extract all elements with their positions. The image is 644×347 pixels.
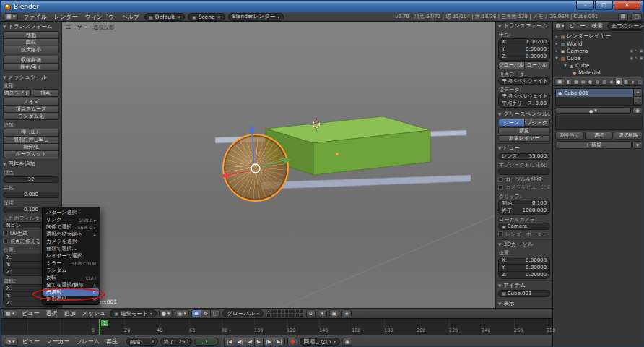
menu-render[interactable]: レンダー: [52, 13, 80, 21]
expand-icon[interactable]: ▼: [563, 63, 567, 67]
lock-to-cursor-checkbox[interactable]: カーソルを注視: [498, 176, 550, 183]
snap-element-dropdown[interactable]: ▾: [318, 309, 327, 317]
menu-view[interactable]: ビュー: [19, 309, 41, 317]
viewport-3d[interactable]: ユーザー・透視投影 Cube.001: [62, 22, 495, 308]
loop-cut-button[interactable]: ループカット: [3, 150, 59, 158]
timeline-menu-view[interactable]: ビュー: [20, 338, 42, 346]
manipulator-scale-button[interactable]: □: [210, 309, 221, 317]
panel-header-transform[interactable]: ▼トランスフォーム: [3, 23, 59, 30]
mode-dropdown[interactable]: ▣編集モード▾: [110, 309, 157, 317]
timeline-menu-playback[interactable]: 再生: [104, 338, 120, 346]
selectability-icon[interactable]: ↖: [635, 56, 638, 60]
menu-item-random[interactable]: ランダム: [43, 267, 99, 274]
panel-header-3d-cursor[interactable]: ▼3Dカーソル: [498, 241, 550, 248]
lock-camera-to-view-checkbox[interactable]: カメラをビューにロ..: [498, 184, 550, 191]
window-layout-icon[interactable]: ▤: [618, 13, 629, 21]
opengl-render-button[interactable]: ▣: [329, 309, 340, 317]
frame-end-field[interactable]: 終了:250: [160, 338, 192, 346]
menu-item-linked[interactable]: リンクShift L▸: [43, 216, 99, 223]
assign-button[interactable]: 割り当て: [555, 132, 584, 140]
median-z-field[interactable]: Z:0.00000: [498, 53, 550, 61]
timeline-menu-frame[interactable]: フレーム: [74, 338, 102, 346]
menu-item-select-grouped[interactable]: 関係で選択Shift G▸: [43, 223, 99, 231]
visibility-eye-icon[interactable]: ◉: [630, 48, 633, 53]
tab-scene[interactable]: ▤: [580, 78, 586, 85]
push-pull-button[interactable]: 押す/引く: [3, 63, 59, 71]
window-titlebar[interactable]: Blender – ▢ ✕: [1, 1, 644, 12]
panel-header-view[interactable]: ▼ビュー: [498, 145, 550, 152]
timeline-ruler[interactable]: 0 20 40 60 80 100 120 140 160 180 200 22…: [1, 318, 552, 335]
render-engine-selector[interactable]: Blenderレンダー▾: [228, 13, 284, 21]
outliner-scope-dropdown[interactable]: 全てのシーン: [607, 22, 644, 30]
browse-materials-button[interactable]: ▾: [632, 141, 643, 149]
manipulator-rotate-button[interactable]: ↻: [201, 309, 211, 317]
lock-to-object-field[interactable]: [498, 168, 550, 175]
jump-to-start-button[interactable]: |◀: [224, 338, 235, 346]
tab-material[interactable]: ●: [616, 78, 622, 85]
menu-window[interactable]: ウィンドウ: [82, 13, 116, 21]
renderability-icon[interactable]: ▣: [640, 56, 643, 60]
outliner-row-material[interactable]: ●Material: [554, 69, 643, 76]
tab-object-data[interactable]: ◉: [609, 78, 615, 85]
current-frame-field[interactable]: 1: [194, 338, 219, 346]
gp-new-button[interactable]: 新規: [498, 127, 550, 134]
scale-button[interactable]: 拡大縮小: [3, 46, 59, 53]
expand-icon[interactable]: ▸: [554, 34, 559, 38]
next-keyframe-button[interactable]: |▶: [263, 338, 274, 346]
radius-field[interactable]: 0.080: [3, 192, 59, 199]
expand-icon[interactable]: ▼: [554, 56, 559, 60]
properties-editor-icon[interactable]: ▣: [554, 78, 565, 85]
tab-render-layers[interactable]: ▦: [573, 78, 579, 85]
mean-bevel-weight-field[interactable]: 平均ベベルウェイト:0.00: [498, 77, 550, 85]
material-browse-dropdown[interactable]: ●▾: [555, 107, 631, 114]
play-button[interactable]: ▶: [254, 338, 264, 346]
menu-mesh[interactable]: メッシュ: [80, 309, 108, 317]
local-button[interactable]: ローカル: [524, 61, 551, 69]
expand-icon[interactable]: ▸: [554, 41, 559, 46]
snap-toggle-button[interactable]: ∪: [306, 309, 316, 317]
vertices-field[interactable]: 32: [3, 176, 59, 184]
outliner-menu-search[interactable]: 検索: [590, 22, 605, 30]
global-button[interactable]: グローバル: [498, 61, 525, 69]
visibility-eye-icon[interactable]: ◉: [630, 56, 633, 60]
select-button[interactable]: 選択: [585, 132, 614, 140]
sync-dropdown[interactable]: 同期しない▾: [300, 338, 340, 346]
material-slot-row[interactable]: ●Cube.001: [556, 89, 633, 97]
clip-end-field[interactable]: 終了:1000.000: [498, 207, 550, 215]
selectability-icon[interactable]: ↖: [635, 48, 638, 53]
timeline-editor-button[interactable]: ◔▾: [4, 338, 18, 346]
keying-set-button[interactable]: ◉: [342, 338, 352, 346]
outliner-editor-icon[interactable]: ▤▾: [555, 22, 565, 30]
menu-item-pattern-select[interactable]: パターン選択: [43, 209, 99, 216]
jump-to-end-button[interactable]: ▶|: [274, 338, 285, 346]
menu-add[interactable]: 追加: [62, 309, 78, 317]
editor-type-icon[interactable]: ▦▾: [4, 13, 18, 21]
tab-object[interactable]: ◍: [594, 78, 601, 85]
randomize-button[interactable]: ランダム化: [3, 112, 59, 120]
local-camera-field[interactable]: ▣Camera: [498, 223, 550, 230]
lens-field[interactable]: レンズ:35.000: [498, 153, 550, 160]
close-icon[interactable]: ✕: [177, 14, 180, 20]
scene-selector[interactable]: ▣Scene✕: [188, 13, 225, 21]
close-button[interactable]: ✕: [614, 1, 640, 10]
close-icon[interactable]: ✕: [217, 14, 221, 20]
menu-item-select-camera[interactable]: カメラを選択: [43, 238, 99, 245]
manipulator-center[interactable]: [251, 164, 260, 173]
new-material-button[interactable]: +新規: [555, 141, 632, 149]
menu-select[interactable]: 選択: [44, 309, 60, 317]
layers-widget[interactable]: [267, 310, 303, 317]
menu-item-mirror[interactable]: ミラーShift Ctrl M: [43, 260, 99, 267]
outliner-menu-view[interactable]: ビュー: [567, 22, 588, 30]
manipulator-translate-button[interactable]: ⊕: [191, 309, 201, 317]
tab-modifiers[interactable]: ▧: [601, 78, 608, 85]
maximize-button[interactable]: ▢: [595, 1, 613, 10]
timeline-menu-marker[interactable]: マーカー: [44, 338, 71, 346]
outliner-row-world[interactable]: ▸◍World: [554, 40, 643, 47]
outliner-row-render-layers[interactable]: ▸▤レンダーレイヤー: [554, 33, 643, 40]
panel-header-transform-n[interactable]: ▼トランスフォーム: [498, 22, 550, 30]
tab-world[interactable]: ◐: [587, 78, 593, 85]
manipulator-z-axis[interactable]: [249, 124, 255, 163]
current-frame-line[interactable]: [99, 319, 100, 335]
add-slot-button[interactable]: +: [634, 89, 642, 97]
expand-icon[interactable]: ▸: [554, 48, 559, 53]
